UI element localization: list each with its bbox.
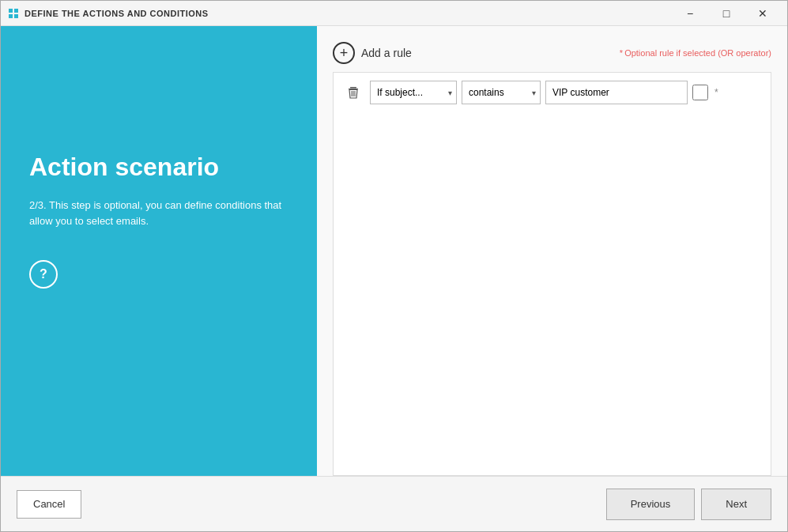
svg-rect-4 <box>350 87 356 89</box>
close-button[interactable]: ✕ <box>745 1 781 26</box>
rules-scroll-area: If subject... If from... If to... If bod… <box>333 72 771 476</box>
right-panel: + Add a rule *Optional rule if selected … <box>317 26 787 476</box>
svg-rect-3 <box>14 14 18 18</box>
subject-select[interactable]: If subject... If from... If to... If bod… <box>370 81 457 104</box>
previous-button[interactable]: Previous <box>606 489 696 520</box>
left-panel: Action scenario 2/3. This step is option… <box>1 26 317 476</box>
optional-rule-checkbox[interactable] <box>692 85 708 100</box>
svg-rect-0 <box>9 9 13 13</box>
window-title: DEFINE THE ACTIONS AND CONDITIONS <box>25 9 672 18</box>
delete-rule-button[interactable] <box>341 81 365 104</box>
add-icon: + <box>333 42 355 64</box>
rule-row: If subject... If from... If to... If bod… <box>341 81 763 104</box>
main-content: Action scenario 2/3. This step is option… <box>1 26 787 476</box>
maximize-button[interactable]: □ <box>708 1 745 26</box>
add-rule-row: + Add a rule *Optional rule if selected … <box>333 42 771 64</box>
svg-rect-5 <box>349 89 358 89</box>
cancel-button[interactable]: Cancel <box>17 490 81 519</box>
footer: Cancel Previous Next <box>1 476 787 531</box>
title-bar: DEFINE THE ACTIONS AND CONDITIONS − □ ✕ <box>1 1 787 26</box>
trash-icon <box>346 85 360 100</box>
subject-select-wrapper: If subject... If from... If to... If bod… <box>370 81 457 104</box>
next-button[interactable]: Next <box>701 489 771 520</box>
svg-rect-2 <box>9 14 13 18</box>
svg-rect-1 <box>14 9 18 13</box>
help-icon[interactable]: ? <box>29 260 58 289</box>
rules-list: If subject... If from... If to... If bod… <box>333 72 771 476</box>
asterisk-suffix: * <box>714 87 718 98</box>
window-controls: − □ ✕ <box>672 1 781 26</box>
panel-description: 2/3. This step is optional, you can defi… <box>29 198 288 228</box>
minimize-button[interactable]: − <box>672 1 708 26</box>
add-rule-button[interactable]: + Add a rule <box>333 42 412 64</box>
add-rule-label: Add a rule <box>361 47 412 59</box>
nav-buttons: Previous Next <box>606 489 771 520</box>
rule-value-input[interactable] <box>545 81 688 104</box>
asterisk-icon: * <box>620 48 623 58</box>
main-window: DEFINE THE ACTIONS AND CONDITIONS − □ ✕ … <box>0 0 788 532</box>
contains-select[interactable]: contains does not contain starts with en… <box>462 81 541 104</box>
panel-title: Action scenario <box>29 153 288 182</box>
contains-select-wrapper: contains does not contain starts with en… <box>462 81 541 104</box>
app-icon <box>7 7 20 20</box>
optional-note: *Optional rule if selected (OR operator) <box>620 48 771 58</box>
